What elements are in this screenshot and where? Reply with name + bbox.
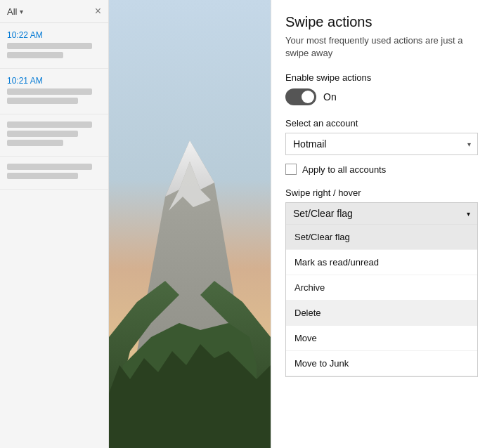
mail-preview-line (7, 52, 63, 58)
account-select-wrapper: Hotmail Gmail Outlook ▾ (285, 133, 478, 155)
list-item[interactable]: 10:21 AM (0, 69, 108, 114)
apply-all-checkbox[interactable] (285, 164, 297, 175)
dropdown-option[interactable]: Delete (286, 301, 477, 326)
dropdown-option[interactable]: Mark as read/unread (286, 250, 477, 275)
mail-preview-line (7, 173, 78, 179)
landscape-image (109, 0, 271, 448)
swipe-toggle[interactable] (285, 88, 316, 105)
mail-list-panel: All ▾ × 10:22 AM 10:21 AM (0, 0, 109, 448)
dropdown-selected-text: Set/Clear flag (293, 208, 353, 219)
mail-preview-line (7, 131, 78, 137)
list-item[interactable]: 10:22 AM (0, 23, 108, 69)
dropdown-option[interactable]: Archive (286, 275, 477, 301)
mail-list-header: All ▾ × (0, 0, 108, 23)
enable-swipe-label: Enable swipe actions (285, 72, 478, 83)
close-button[interactable]: × (95, 6, 101, 17)
dropdown-option[interactable]: Move (286, 326, 477, 351)
swipe-actions-panel: Swipe actions Your most frequently used … (271, 0, 492, 448)
mail-preview-line (7, 140, 63, 146)
panel-title: Swipe actions (285, 14, 478, 30)
chevron-down-icon: ▾ (467, 210, 470, 218)
dropdown-option[interactable]: Set/Clear flag (286, 225, 477, 250)
mail-preview-line (7, 43, 92, 49)
chevron-down-icon: ▾ (20, 8, 23, 15)
account-select[interactable]: Hotmail Gmail Outlook (285, 133, 478, 155)
mail-preview-line (7, 121, 92, 128)
mail-preview-line (7, 98, 78, 104)
all-label: All (7, 6, 17, 17)
dropdown-options-list: Set/Clear flag Mark as read/unread Archi… (286, 224, 477, 376)
apply-all-row: Apply to all accounts (285, 164, 478, 175)
all-dropdown[interactable]: All ▾ (7, 6, 23, 17)
toggle-row: On (285, 88, 478, 105)
swipe-right-dropdown[interactable]: Set/Clear flag ▾ Set/Clear flag Mark as … (285, 202, 478, 377)
list-item[interactable] (0, 114, 108, 157)
mail-list: 10:22 AM 10:21 AM (0, 23, 108, 448)
mail-preview-line (7, 88, 92, 95)
toggle-knob (302, 91, 314, 103)
list-item[interactable] (0, 157, 108, 190)
toggle-state-label: On (323, 91, 337, 103)
dropdown-option[interactable]: Move to Junk (286, 351, 477, 376)
swipe-right-label: Swipe right / hover (285, 187, 478, 198)
mail-time: 10:22 AM (7, 30, 101, 40)
panel-subtitle: Your most frequently used actions are ju… (285, 34, 478, 60)
account-label: Select an account (285, 118, 478, 129)
apply-all-label: Apply to all accounts (302, 164, 386, 175)
dropdown-selected-item[interactable]: Set/Clear flag ▾ (286, 203, 477, 224)
mail-preview-line (7, 164, 92, 170)
mail-time: 10:21 AM (7, 76, 101, 86)
